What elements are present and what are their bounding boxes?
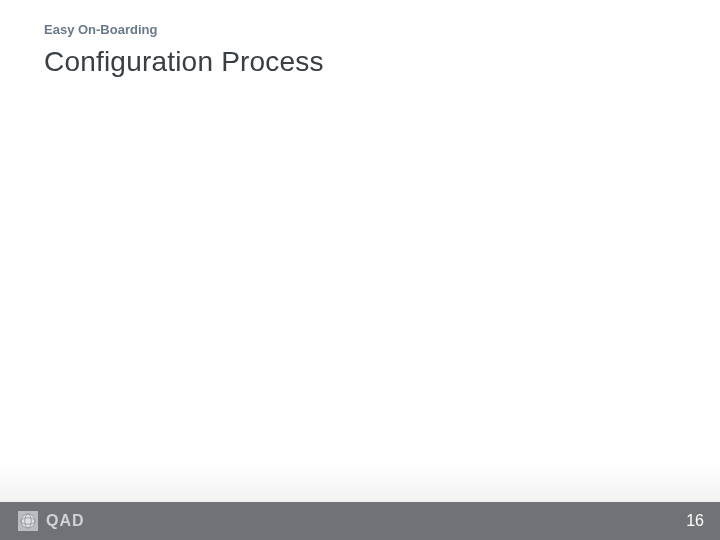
- brand-text: QAD: [46, 512, 85, 530]
- globe-icon: [18, 511, 38, 531]
- page-number: 16: [686, 512, 704, 530]
- footer-logo: QAD: [18, 511, 85, 531]
- footer-shadow: [0, 462, 720, 502]
- slide-footer: QAD 16: [0, 502, 720, 540]
- slide-title: Configuration Process: [44, 46, 324, 78]
- slide-kicker: Easy On-Boarding: [44, 22, 157, 37]
